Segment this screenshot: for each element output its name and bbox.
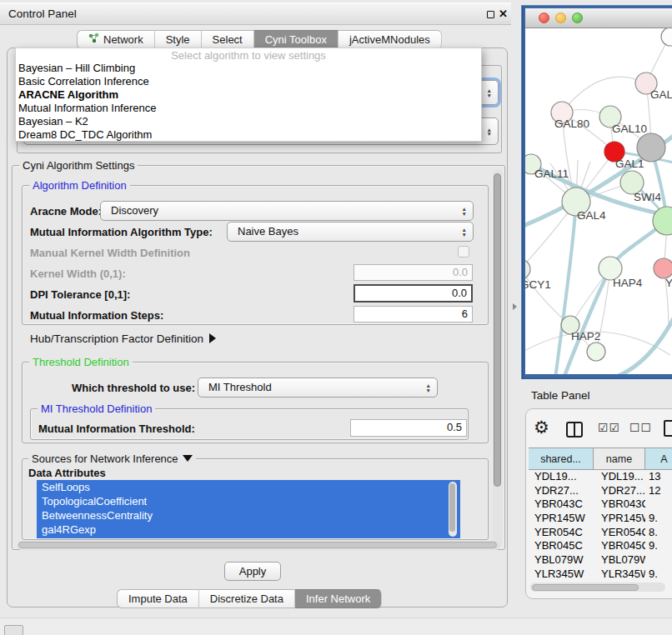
table-cell: YDL19... xyxy=(529,470,594,484)
network-icon xyxy=(88,31,99,49)
table-cell: YBR043C xyxy=(529,498,594,512)
attribute-item-topologicalcoefficient[interactable]: TopologicalCoefficient xyxy=(37,494,460,508)
attribute-item-selfloops[interactable]: SelfLoops xyxy=(37,480,460,494)
gear-icon[interactable]: ⚙ xyxy=(534,418,549,438)
close-icon[interactable]: ✕ xyxy=(499,7,508,22)
mi-steps-label: Mutual Information Steps: xyxy=(30,309,163,322)
mac-minimize-icon[interactable] xyxy=(555,12,566,23)
table-cell: YLR345W xyxy=(594,568,645,582)
table-body: YDL19...YDL19...13YDR27...YDR27...12YBR0… xyxy=(529,470,672,592)
mi-threshold-label: Mutual Information Threshold: xyxy=(38,422,195,435)
tab-jactivemnodules[interactable]: jActiveMNodules xyxy=(339,30,442,49)
attribute-item-gal4rgexp[interactable]: gal4RGexp xyxy=(37,522,460,537)
table-row[interactable]: YPR145WYPR145W9. xyxy=(529,512,672,526)
aracne-mode-label: Aracne Mode: xyxy=(30,205,102,218)
column-header-name[interactable]: name xyxy=(594,448,645,469)
table-cell: YDL19... xyxy=(594,470,645,484)
collapsed-panel-button[interactable] xyxy=(4,625,23,635)
mac-zoom-icon[interactable] xyxy=(572,12,583,23)
float-window-icon[interactable] xyxy=(487,11,494,18)
table-row[interactable]: YBR045CYBR045C9. xyxy=(529,539,672,553)
settings-horizontal-scrollbar-thumb[interactable] xyxy=(18,542,497,548)
attributes-scrollbar[interactable] xyxy=(449,482,457,537)
tab-select[interactable]: Select xyxy=(202,30,254,49)
table-cell: YDR27... xyxy=(594,484,645,498)
sources-legend: Sources for Network Inference xyxy=(32,452,178,465)
kernel-width-field[interactable]: 0.0 xyxy=(354,264,473,281)
table-horizontal-scrollbar-thumb[interactable] xyxy=(532,584,639,591)
dropdown-item-mutual-information-inference[interactable]: Mutual Information Inference xyxy=(16,102,481,115)
aracne-mode-combobox[interactable]: Discovery ▲▼ xyxy=(100,201,474,221)
apply-button[interactable]: Apply xyxy=(224,562,281,581)
columns-icon[interactable] xyxy=(566,422,583,438)
collapse-down-icon xyxy=(183,455,193,462)
dropdown-item-aracne-algorithm[interactable]: ARACNE Algorithm xyxy=(16,88,481,102)
table-panel: ⚙ ☑☑ ☐☐ shared...nameA YDL19...YDL19...1… xyxy=(525,408,672,599)
node-label-gal1: GAL1 xyxy=(615,158,644,170)
network-window-titlebar xyxy=(525,8,672,28)
mi-steps-field[interactable]: 6 xyxy=(354,306,473,322)
mi-threshold-field[interactable]: 0.5 xyxy=(350,419,467,437)
bottom-tab-bar: Impute DataDiscretize DataInfer Network xyxy=(117,589,382,608)
data-attributes-list[interactable]: SelfLoopsTopologicalCoefficientBetweenne… xyxy=(37,480,460,538)
table-cell: 9. xyxy=(645,512,672,526)
settings-vertical-scrollbar[interactable] xyxy=(493,169,503,546)
network-canvas[interactable]: GALGAL80GAL10GAL1GAL11SWI4GAL4GCY1HAP4YH… xyxy=(525,28,672,374)
tab-label: Select xyxy=(213,31,243,49)
dropdown-item-basic-correlation-inference[interactable]: Basic Correlation Inference xyxy=(16,75,481,88)
column-header-a[interactable]: A xyxy=(645,448,672,469)
tab-infer-network[interactable]: Infer Network xyxy=(295,589,382,608)
table-cell: YLR345W xyxy=(529,568,594,582)
settings-vertical-scrollbar-thumb[interactable] xyxy=(494,173,501,487)
split-divider-handle[interactable] xyxy=(513,303,517,310)
table-row[interactable]: YLR345WYLR345W9. xyxy=(529,568,672,582)
network-node[interactable] xyxy=(525,259,530,279)
dropdown-item-bayesian-k2[interactable]: Bayesian – K2 xyxy=(16,115,481,128)
settings-horizontal-scrollbar[interactable] xyxy=(17,541,500,550)
document-icon[interactable] xyxy=(664,420,672,437)
tab-label: Impute Data xyxy=(128,590,188,608)
table-row[interactable]: YER054CYER054C8. xyxy=(529,526,672,540)
tab-impute-data[interactable]: Impute Data xyxy=(117,589,199,608)
table-row[interactable]: YBL079WYBL079W xyxy=(529,553,672,568)
table-cell: YBR045C xyxy=(529,539,594,553)
dropdown-item-bayesian-hill-climbing[interactable]: Bayesian – Hill Climbing xyxy=(16,62,481,75)
deselect-all-checkboxes-icon[interactable]: ☐☐ xyxy=(629,421,652,434)
sources-legend-expander[interactable]: Sources for Network Inference xyxy=(28,452,196,465)
table-row[interactable]: YDR27...YDR27...12 xyxy=(529,484,672,498)
combo-steppers-icon: ▲▼ xyxy=(426,383,431,392)
table-horizontal-scrollbar[interactable] xyxy=(530,582,665,592)
combo-steppers-icon: ▲▼ xyxy=(487,127,492,136)
tab-network[interactable]: Network xyxy=(77,30,155,49)
column-header-shared[interactable]: shared... xyxy=(529,448,594,469)
tab-label: Network xyxy=(103,31,143,49)
dpi-tolerance-field[interactable]: 0.0 xyxy=(354,284,473,302)
hub-definition-expander[interactable]: Hub/Transcription Factor Definition xyxy=(30,332,216,345)
dropdown-item-dream8-dc-tdc-algorithm[interactable]: Dream8 DC_TDC Algorithm xyxy=(16,128,481,142)
which-threshold-value: MI Threshold xyxy=(208,378,272,397)
attributes-scrollbar-thumb[interactable] xyxy=(449,483,455,532)
tab-style[interactable]: Style xyxy=(155,30,202,49)
combo-steppers-icon: ▲▼ xyxy=(462,207,467,216)
table-row[interactable]: YDL19...YDL19...13 xyxy=(529,470,672,484)
table-cell: YBL079W xyxy=(529,553,594,568)
which-threshold-combobox[interactable]: MI Threshold ▲▼ xyxy=(198,378,438,398)
network-graph: GALGAL80GAL10GAL1GAL11SWI4GAL4GCY1HAP4YH… xyxy=(525,28,672,374)
network-node[interactable] xyxy=(654,258,672,278)
table-cell: YBR043C xyxy=(594,498,645,512)
node-label-gcy1: GCY1 xyxy=(525,278,551,291)
tab-discretize-data[interactable]: Discretize Data xyxy=(199,589,295,608)
node-label-gal10: GAL10 xyxy=(612,122,647,135)
attribute-item-betweennesscentrality[interactable]: BetweennessCentrality xyxy=(37,508,460,522)
select-all-checkboxes-icon[interactable]: ☑☑ xyxy=(598,421,620,434)
tab-label: Cyni Toolbox xyxy=(265,31,327,49)
table-row[interactable]: YBR043CYBR043C xyxy=(529,498,672,512)
mi-type-combobox[interactable]: Naive Bayes ▲▼ xyxy=(227,222,474,242)
table-toolbar: ⚙ ☑☑ ☐☐ xyxy=(526,416,672,444)
manual-kernel-checkbox[interactable] xyxy=(458,246,469,258)
node-label-gal4: GAL4 xyxy=(577,209,606,222)
network-node[interactable] xyxy=(587,342,605,361)
tab-cyni-toolbox[interactable]: Cyni Toolbox xyxy=(254,30,339,49)
network-node[interactable] xyxy=(661,28,672,46)
mac-close-icon[interactable] xyxy=(539,12,549,23)
